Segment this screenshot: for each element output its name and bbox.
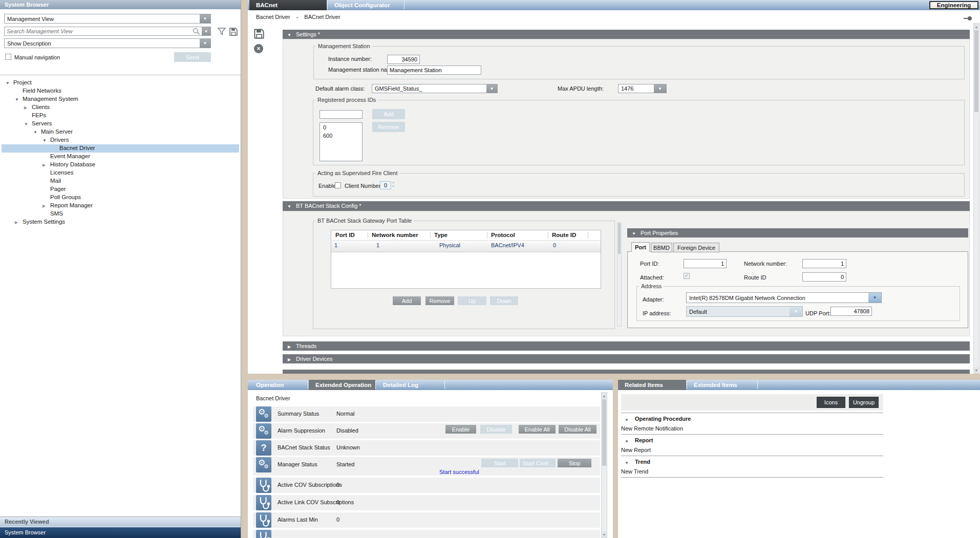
tree-item-project[interactable]: ▼ Project	[2, 79, 239, 87]
max-apdu-combo[interactable]: 1476 ▼	[618, 84, 667, 93]
tree-item-licenses[interactable]: Licenses	[2, 169, 239, 177]
save-icon[interactable]	[229, 27, 238, 36]
fire-client-enable-checkbox[interactable]	[335, 182, 341, 188]
threads-section-header[interactable]: ▶Threads	[283, 341, 970, 351]
expander-icon[interactable]: ▶	[24, 105, 27, 110]
breadcrumb-secondary[interactable]: BACnet Driver	[304, 14, 340, 20]
process-id-add-button[interactable]: Add	[372, 109, 405, 119]
expander-icon[interactable]: ▶	[42, 204, 46, 208]
pin-icon[interactable]	[964, 16, 972, 20]
pp-port-id-field[interactable]	[684, 259, 727, 268]
enable-all-button[interactable]: Enable All	[519, 425, 556, 434]
tab-bacnet[interactable]: BACnet	[249, 0, 327, 10]
tree-item-bacnet-driver[interactable]: Bacnet Driver	[2, 144, 239, 153]
disable-all-button[interactable]: Disable All	[559, 425, 596, 434]
tree-item-drivers[interactable]: ▼ Drivers	[2, 136, 239, 144]
chevron-down-button[interactable]: ▼	[486, 84, 497, 93]
stop-button[interactable]: Stop	[558, 459, 591, 467]
description-selector[interactable]: Show Description ▼	[4, 38, 211, 48]
udp-port-field[interactable]	[830, 307, 872, 316]
tree-item-sms[interactable]: SMS	[2, 210, 239, 218]
pp-route-id-field[interactable]	[802, 272, 846, 282]
port-up-button[interactable]: Up	[458, 296, 486, 305]
tree-item-feps[interactable]: FEPs	[2, 112, 239, 120]
start-button[interactable]: Start	[481, 459, 518, 467]
recently-viewed-bar[interactable]: Recently Viewed	[0, 517, 241, 527]
search-dropdown-button[interactable]: ▼	[202, 27, 210, 35]
port-down-button[interactable]: Down	[490, 296, 518, 305]
station-name-field[interactable]	[387, 66, 481, 75]
expander-icon[interactable]: ▼	[24, 122, 28, 126]
tab-operation[interactable]: Operation	[249, 380, 307, 390]
related-group-operating-procedure[interactable]: Operating Procedure	[635, 416, 691, 422]
scroll-up-icon[interactable]: ▲	[974, 24, 979, 30]
instance-number-field[interactable]	[387, 55, 420, 64]
expander-icon[interactable]: ▼	[42, 138, 47, 143]
adapter-combo[interactable]: Intel(R) 82578DM Gigabit Network Connect…	[686, 292, 882, 303]
tree-item-mail[interactable]: Mail	[2, 177, 239, 185]
expander-icon[interactable]: ▼	[15, 97, 19, 102]
section-collapse-icon[interactable]: ▼	[625, 418, 629, 422]
op-row-summary-status[interactable]: ⚙⚙ Summary Status Normal	[253, 406, 600, 422]
close-icon[interactable]: ×	[254, 44, 263, 53]
system-browser-bottom-bar[interactable]: System Browser	[0, 527, 241, 538]
related-item-link[interactable]: New Trend	[621, 468, 648, 475]
tree-item-field-networks[interactable]: Field Networks	[2, 87, 239, 95]
chevron-down-button[interactable]: ▼	[868, 293, 881, 303]
port-add-button[interactable]: Add	[393, 296, 421, 305]
tree-item-servers[interactable]: ▼ Servers	[2, 120, 239, 128]
process-id-remove-button[interactable]: Remove	[372, 122, 405, 132]
default-alarm-class-combo[interactable]: GMSField_Status_ ▼	[372, 84, 498, 93]
chevron-down-button[interactable]: ▼	[654, 84, 666, 93]
tree-item-system-settings[interactable]: ▶ System Settings	[2, 218, 239, 226]
scrollbar[interactable]	[617, 222, 622, 327]
tree-item-management-system[interactable]: ▼ Management System	[2, 95, 239, 103]
table-row[interactable]: 1 1 Physical BACnet/IPV4 0	[331, 240, 601, 252]
tab-bbmd[interactable]: BBMD	[651, 243, 672, 252]
filter-icon[interactable]	[217, 27, 226, 36]
op-row-stack-status[interactable]: ? BACnet Stack Status Unknown	[253, 440, 600, 456]
op-row-alarm-suppression[interactable]: ⚙⚙ Alarm Suppression Disabled Enable Dis…	[253, 423, 600, 439]
port-remove-button[interactable]: Remove	[425, 296, 454, 305]
related-group-trend[interactable]: Trend	[635, 459, 650, 465]
op-row-manager-status[interactable]: ⚙⚙ Manager Status Started Start Start Co…	[253, 457, 600, 476]
search-input[interactable]	[4, 27, 211, 36]
enable-button[interactable]: Enable	[445, 425, 476, 434]
disable-button[interactable]: Disable	[480, 425, 512, 434]
expander-icon[interactable]: ▶	[15, 220, 18, 225]
scroll-down-icon[interactable]: ▼	[974, 367, 979, 373]
expander-icon[interactable]: ▼	[33, 130, 37, 135]
start-conf-button[interactable]: Start Conf...	[520, 459, 556, 467]
scrollbar-thumb[interactable]	[602, 399, 606, 466]
tab-extended-operation[interactable]: Extended Operation	[309, 380, 375, 390]
tree-item-pager[interactable]: Pager	[2, 185, 239, 193]
process-id-input[interactable]	[319, 110, 363, 119]
client-number-stepper[interactable]: 0	[380, 181, 391, 189]
tab-port[interactable]: Port	[631, 242, 650, 252]
stack-config-section-header[interactable]: ▼BT BACnet Stack Config *	[283, 201, 970, 211]
tab-related-items[interactable]: Related Items	[618, 380, 686, 390]
tab-object-configurator[interactable]: Object Configurator	[328, 0, 403, 10]
manual-navigation-checkbox[interactable]	[5, 54, 11, 60]
op-row-active-cov[interactable]: Active COV Subscriptions 0	[253, 478, 600, 493]
related-item-link[interactable]: New Remote Notification	[621, 425, 683, 432]
list-item[interactable]: 600	[320, 131, 362, 139]
engineering-mode-button[interactable]: Engineering	[929, 1, 978, 9]
tree-item-event-manager[interactable]: Event Manager	[2, 153, 239, 161]
gateway-port-table[interactable]: Port ID Network number Type Protocol Rou…	[331, 230, 601, 289]
send-button[interactable]: Send	[174, 52, 211, 62]
op-row-active-link-cov[interactable]: Active Link COV Subscriptions 0	[253, 495, 600, 510]
expander-icon[interactable]: ▶	[42, 163, 46, 167]
process-id-listbox[interactable]: 0 600	[319, 122, 363, 161]
scroll-down-icon[interactable]: ▼	[602, 531, 607, 537]
spinner-down-icon[interactable]: ▼	[392, 185, 395, 188]
description-selector-dropdown-button[interactable]: ▼	[200, 39, 210, 48]
related-item-link[interactable]: New Report	[621, 447, 651, 453]
scrollbar[interactable]: ▲ ▼	[973, 23, 979, 374]
section-collapse-icon[interactable]: ▼	[625, 439, 629, 444]
ip-address-combo[interactable]: Default ▼	[686, 306, 803, 317]
section-collapse-icon[interactable]: ▼	[625, 461, 629, 465]
tree-item-main-server[interactable]: ▼ Main Server	[2, 128, 239, 136]
tree-item-poll-groups[interactable]: Poll Groups	[2, 193, 239, 202]
settings-section-header[interactable]: ▼Settings *	[283, 30, 970, 39]
